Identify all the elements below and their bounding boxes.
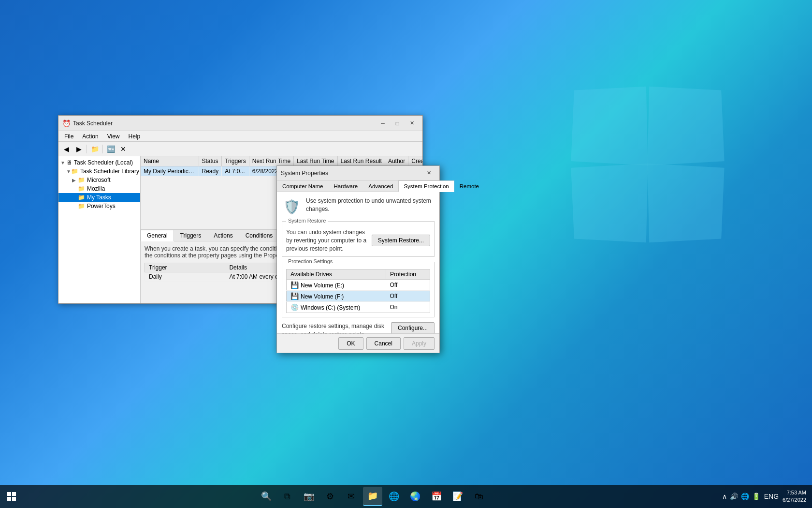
apply-button[interactable]: Apply	[404, 337, 435, 350]
menu-action[interactable]: Action	[78, 132, 102, 141]
dialog-close-button[interactable]: ✕	[422, 168, 435, 178]
tab-advanced[interactable]: Advanced	[363, 180, 398, 192]
tab-triggers[interactable]: Triggers	[174, 230, 208, 241]
tray-chevron[interactable]: ∧	[722, 493, 727, 500]
system-protection-content: 🛡️ Use system protection to undo unwante…	[277, 192, 439, 333]
powertoys-icon: 📁	[78, 203, 85, 209]
menu-file[interactable]: File	[60, 132, 77, 141]
tab-hardware[interactable]: Hardware	[328, 180, 363, 192]
taskbar-meet[interactable]: 📷	[299, 487, 319, 506]
system-clock[interactable]: 7:53 AM 6/27/2022	[783, 489, 806, 504]
system-restore-desc: You can undo system changes by reverting…	[286, 228, 368, 253]
lang-indicator[interactable]: ENG	[764, 493, 779, 500]
tab-conditions[interactable]: Conditions	[239, 230, 279, 241]
drive-e-protection: Off	[386, 280, 430, 291]
svg-rect-2	[7, 497, 11, 501]
tree-microsoft[interactable]: ▶ 📁 Microsoft	[58, 176, 140, 184]
configure-row: Configure restore settings, manage disk …	[282, 322, 435, 333]
taskbar-search[interactable]: 🔍	[257, 487, 276, 506]
sp-header: 🛡️ Use system protection to undo unwante…	[282, 197, 435, 216]
tray-volume[interactable]: 🔊	[730, 493, 738, 500]
toolbar-delete[interactable]: ✕	[117, 143, 129, 155]
close-button[interactable]: ✕	[405, 119, 419, 128]
windows-start-icon	[7, 492, 16, 501]
drive-row-e[interactable]: 💾New Volume (E:) Off	[287, 280, 430, 291]
configure-button[interactable]: Configure...	[391, 322, 435, 333]
taskbar-notes[interactable]: 📝	[448, 487, 467, 506]
tree-mytasks-label: My Tasks	[87, 194, 111, 201]
col-status[interactable]: Status	[199, 156, 222, 166]
col-last-run[interactable]: Last Run Time	[294, 156, 337, 166]
menu-help[interactable]: Help	[125, 132, 145, 141]
shield-icon: 🛡️	[282, 197, 301, 216]
expand-root: ▼	[60, 160, 66, 165]
tab-general[interactable]: General	[141, 230, 174, 241]
drive-row-f[interactable]: 💾New Volume (F:) Off	[287, 291, 430, 302]
root-icon: 🖥	[66, 159, 72, 166]
system-properties-dialog: System Properties ✕ Computer Name Hardwa…	[276, 165, 440, 353]
system-restore-row: You can undo system changes by reverting…	[286, 228, 430, 253]
col-created[interactable]: Created	[408, 156, 422, 166]
ok-button[interactable]: OK	[338, 337, 363, 350]
dialog-footer: OK Cancel Apply	[277, 333, 439, 353]
sp-header-text: Use system protection to undo unwanted s…	[306, 197, 435, 213]
system-properties-title-bar[interactable]: System Properties ✕	[277, 166, 439, 180]
col-protection: Protection	[386, 269, 430, 280]
windows-logo-decoration	[570, 87, 725, 242]
taskbar-explorer[interactable]: 📁	[363, 487, 382, 506]
tab-remote[interactable]: Remote	[454, 180, 484, 192]
trigger-type: Daily	[145, 272, 225, 282]
window-controls: ─ □ ✕	[376, 119, 419, 128]
taskbar-edge[interactable]: 🌐	[384, 487, 404, 506]
tree-mozilla[interactable]: 📁 Mozilla	[58, 184, 140, 193]
toolbar-back[interactable]: ◀	[60, 143, 72, 155]
task-triggers: At 7:0...	[222, 166, 249, 177]
system-properties-title: System Properties	[281, 170, 422, 177]
drive-row-c[interactable]: 💿Windows (C:) (System) On	[287, 302, 430, 313]
taskbar-calendar[interactable]: 📅	[427, 487, 446, 506]
expand-microsoft: ▶	[72, 178, 78, 183]
tree-root[interactable]: ▼ 🖥 Task Scheduler (Local)	[58, 158, 140, 167]
tray-battery[interactable]: 🔋	[752, 493, 760, 500]
col-name[interactable]: Name	[141, 156, 199, 166]
library-icon: 📁	[71, 168, 78, 175]
toolbar-new[interactable]: 🆕	[105, 143, 116, 155]
toolbar-library[interactable]: 📁	[89, 143, 101, 155]
drive-e-name: 💾New Volume (E:)	[287, 280, 386, 291]
tree-library[interactable]: ▼ 📁 Task Scheduler Library	[58, 167, 140, 176]
start-button[interactable]	[0, 485, 23, 508]
col-triggers[interactable]: Triggers	[222, 156, 249, 166]
task-scheduler-icon: ⏰	[62, 120, 70, 127]
col-last-result[interactable]: Last Run Result	[337, 156, 385, 166]
tray-network[interactable]: 🌐	[741, 493, 749, 500]
toolbar-forward[interactable]: ▶	[73, 143, 85, 155]
sidebar: ▼ 🖥 Task Scheduler (Local) ▼ 📁 Task Sche…	[58, 156, 141, 303]
minimize-button[interactable]: ─	[376, 119, 390, 128]
tab-system-protection[interactable]: System Protection	[398, 180, 454, 192]
menu-bar: File Action View Help	[58, 131, 422, 142]
tab-actions[interactable]: Actions	[207, 230, 239, 241]
col-available-drives: Available Drives	[287, 269, 386, 280]
expand-library: ▼	[66, 169, 71, 174]
taskbar-store[interactable]: 🛍	[469, 487, 489, 506]
task-status: Ready	[199, 166, 222, 177]
tree-mytasks[interactable]: 📁 My Tasks	[58, 193, 140, 202]
taskbar-mail[interactable]: ✉	[342, 487, 361, 506]
task-scheduler-title-bar[interactable]: ⏰ Task Scheduler ─ □ ✕	[58, 116, 422, 131]
maximize-button[interactable]: □	[391, 119, 404, 128]
drive-c-protection: On	[386, 302, 430, 313]
system-restore-button[interactable]: System Restore...	[372, 235, 430, 246]
tab-computer-name[interactable]: Computer Name	[277, 180, 328, 192]
task-name: My Daily Periodic Restore Point	[141, 166, 199, 177]
configure-desc: Configure restore settings, manage disk …	[282, 322, 387, 333]
drive-e-icon: 💾	[290, 281, 299, 289]
taskbar-browser2[interactable]: 🌏	[406, 487, 425, 506]
tree-root-label: Task Scheduler (Local)	[74, 159, 133, 166]
taskbar-taskview[interactable]: ⧉	[278, 487, 297, 506]
col-author[interactable]: Author	[385, 156, 408, 166]
cancel-button[interactable]: Cancel	[366, 337, 401, 350]
menu-view[interactable]: View	[103, 132, 124, 141]
col-next-run[interactable]: Next Run Time	[249, 156, 293, 166]
tree-powertoys[interactable]: 📁 PowerToys	[58, 202, 140, 210]
taskbar-settings[interactable]: ⚙	[320, 487, 340, 506]
